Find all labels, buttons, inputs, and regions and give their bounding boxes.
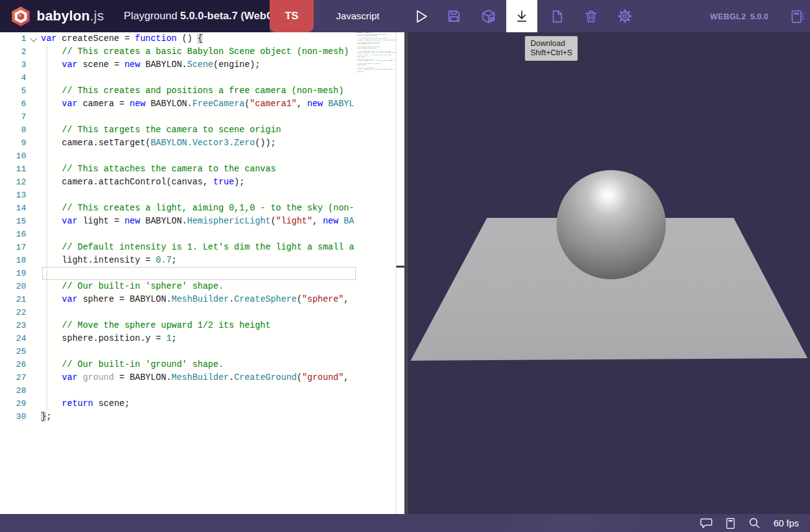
minimap[interactable]: var createScene = function () { // This …: [355, 32, 395, 514]
code-editor[interactable]: 1var createScene = function () {2 // Thi…: [0, 32, 396, 514]
run-button[interactable]: [406, 0, 435, 32]
code-line[interactable]: 23 // Move the sphere upward 1/2 its hei…: [0, 319, 354, 332]
code-lines: 1var createScene = function () {2 // Thi…: [0, 32, 354, 423]
line-number: 2: [0, 45, 26, 58]
code-line[interactable]: 13: [0, 189, 354, 202]
playground-title: Playground 5.0.0-beta.7 (WebGL2): [124, 10, 290, 22]
header-brand: babylon.js Playground 5.0.0-beta.7 (WebG…: [0, 0, 270, 32]
divider-drag-handle[interactable]: [396, 266, 404, 268]
play-icon: [412, 8, 429, 25]
code-line[interactable]: 29 return scene;: [0, 397, 354, 410]
line-number: 10: [0, 150, 26, 163]
code-line[interactable]: 10: [0, 150, 354, 163]
inspector-cube-icon: [480, 8, 497, 25]
line-number: 1: [0, 32, 26, 45]
babylon-logo-icon: [11, 6, 31, 27]
code-line[interactable]: 19: [0, 267, 354, 280]
code-line[interactable]: 15 var light = new BABYLON.HemisphericLi…: [0, 215, 354, 228]
minimap-content: var createScene = function () { // This …: [355, 32, 393, 74]
line-number: 30: [0, 410, 26, 423]
code-line[interactable]: 2 // This creates a basic Babylon Scene …: [0, 45, 354, 58]
sphere-mesh: [557, 170, 666, 279]
code-line[interactable]: 6 var camera = new BABYLON.FreeCamera("c…: [0, 97, 354, 110]
line-number: 22: [0, 306, 26, 319]
line-number: 4: [0, 71, 26, 84]
logo-text: babylon.js: [37, 8, 104, 24]
code-line[interactable]: 12 camera.attachControl(canvas, true);: [0, 176, 354, 189]
code-line[interactable]: 25: [0, 345, 354, 358]
comments-button[interactable]: [699, 514, 714, 532]
code-line[interactable]: 3 var scene = new BABYLON.Scene(engine);: [0, 58, 354, 71]
line-number: 25: [0, 345, 26, 358]
new-file-icon: [549, 9, 565, 24]
tooltip-line2: Shift+Ctrl+S: [530, 48, 572, 58]
line-number: 7: [0, 110, 26, 124]
line-number: 17: [0, 241, 26, 254]
editor-canvas-divider: [396, 32, 404, 514]
line-number: 5: [0, 84, 26, 97]
render-canvas[interactable]: [404, 32, 810, 514]
code-line[interactable]: 16: [0, 228, 354, 241]
clear-code-button[interactable]: [576, 0, 605, 32]
code-line[interactable]: 18 light.intensity = 0.7;: [0, 254, 354, 267]
chat-bubble-icon: [699, 516, 714, 531]
book-icon: [724, 516, 737, 530]
line-number: 27: [0, 371, 26, 384]
examples-search-button[interactable]: [747, 514, 762, 532]
line-number: 16: [0, 228, 26, 241]
line-number: 12: [0, 176, 26, 189]
line-number: 15: [0, 215, 26, 228]
code-line[interactable]: 28: [0, 384, 354, 397]
new-playground-button[interactable]: [542, 0, 571, 32]
inspector-button[interactable]: [474, 0, 503, 32]
settings-button[interactable]: [611, 0, 639, 32]
typescript-toggle-button[interactable]: TS: [270, 0, 314, 32]
code-line[interactable]: 4: [0, 71, 354, 84]
docs-button[interactable]: [724, 514, 737, 532]
code-line[interactable]: 26 // Our built-in 'ground' shape.: [0, 358, 354, 371]
canvas-left-edge: [404, 32, 408, 514]
language-selector-button[interactable]: Javascript: [317, 0, 399, 32]
code-line[interactable]: 9 camera.setTarget(BABYLON.Vector3.Zero(…: [0, 137, 354, 150]
save-button[interactable]: [440, 0, 468, 32]
line-number: 9: [0, 137, 26, 150]
header: babylon.js Playground 5.0.0-beta.7 (WebG…: [0, 0, 810, 32]
line-number: 3: [0, 58, 26, 71]
code-line[interactable]: 24 sphere.position.y = 1;: [0, 332, 354, 345]
code-line[interactable]: 5 // This creates and positions a free c…: [0, 84, 354, 97]
code-line[interactable]: 27 var ground = BABYLON.MeshBuilder.Crea…: [0, 371, 354, 384]
line-number: 14: [0, 202, 26, 215]
code-line[interactable]: 20 // Our built-in 'sphere' shape.: [0, 280, 354, 293]
engine-version-badge: 5.0.0: [750, 0, 768, 32]
line-number: 11: [0, 163, 26, 176]
code-line[interactable]: 22: [0, 306, 354, 319]
code-line[interactable]: 11 // This attaches the camera to the ca…: [0, 163, 354, 176]
gear-icon: [617, 8, 633, 24]
line-number: 8: [0, 124, 26, 137]
webgl-version-badge: WEBGL2: [710, 0, 746, 32]
line-number: 26: [0, 358, 26, 371]
code-line[interactable]: 21 var sphere = BABYLON.MeshBuilder.Crea…: [0, 293, 354, 306]
fold-chevron-icon[interactable]: [30, 35, 37, 42]
line-number: 23: [0, 319, 26, 332]
trash-icon: [583, 9, 599, 24]
code-line[interactable]: 30};: [0, 410, 354, 423]
line-number: 20: [0, 280, 26, 293]
device-mode-button[interactable]: [781, 0, 810, 32]
code-line[interactable]: 1var createScene = function () {: [0, 32, 354, 45]
download-tooltip: Download Shift+Ctrl+S: [525, 36, 578, 61]
line-number: 6: [0, 97, 26, 110]
line-number: 21: [0, 293, 26, 306]
code-line[interactable]: 17 // Default intensity is 1. Let's dim …: [0, 241, 354, 254]
status-bar: 60 fps: [0, 514, 810, 532]
code-line[interactable]: 14 // This creates a light, aiming 0,1,0…: [0, 202, 354, 215]
line-number: 13: [0, 189, 26, 202]
search-icon: [747, 516, 762, 531]
fps-counter: 60 fps: [773, 518, 799, 528]
line-number: 19: [0, 267, 26, 280]
download-button[interactable]: [506, 0, 537, 32]
code-line[interactable]: 7: [0, 110, 354, 124]
device-icon: [788, 8, 804, 25]
download-icon: [514, 8, 530, 24]
code-line[interactable]: 8 // This targets the camera to scene or…: [0, 124, 354, 137]
